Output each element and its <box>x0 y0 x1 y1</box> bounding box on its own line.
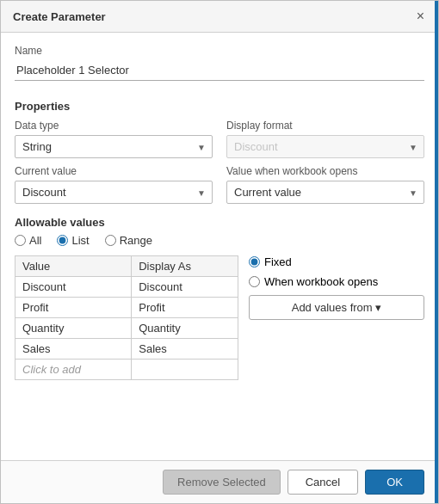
radio-workbook-opens-input[interactable] <box>249 276 260 287</box>
current-value-wrapper: Discount Profit Quantity Sales ▼ <box>15 181 213 204</box>
values-table: Value Display As Discount Discount Profi… <box>15 255 238 380</box>
right-panel: Fixed When workbook opens Add values fro… <box>249 255 424 320</box>
radio-range-input[interactable] <box>105 235 116 246</box>
data-type-row: Data type String Integer Float Boolean D… <box>15 120 424 158</box>
close-button[interactable]: × <box>415 9 426 23</box>
workbook-opens-wrapper: Current value Prompt user ▼ <box>226 181 424 204</box>
data-type-col: Data type String Integer Float Boolean D… <box>15 120 213 158</box>
create-parameter-dialog: Create Parameter × Name Properties Data … <box>0 0 439 504</box>
table-row[interactable]: Discount Discount <box>15 277 238 298</box>
dialog-title: Create Parameter <box>13 10 106 23</box>
row-display-as: Quantity <box>132 318 238 339</box>
workbook-opens-select[interactable]: Current value Prompt user <box>226 181 424 204</box>
current-value-select[interactable]: Discount Profit Quantity Sales <box>15 181 213 204</box>
row-value: Quantity <box>15 318 132 339</box>
row-display-as: Profit <box>132 298 238 318</box>
radio-fixed[interactable]: Fixed <box>249 255 424 268</box>
row-display-as: Discount <box>132 277 238 298</box>
dialog-footer: Remove Selected Cancel OK <box>1 460 438 503</box>
workbook-opens-col: Value when workbook opens Current value … <box>226 165 424 204</box>
name-input[interactable] <box>15 60 424 81</box>
values-area: Value Display As Discount Discount Profi… <box>15 255 424 380</box>
table-row[interactable]: Quantity Quantity <box>15 318 238 339</box>
radio-when-workbook-opens[interactable]: When workbook opens <box>249 275 424 288</box>
values-table-area: Value Display As Discount Discount Profi… <box>15 255 238 380</box>
data-type-wrapper: String Integer Float Boolean Date Date &… <box>15 135 213 158</box>
workbook-opens-label: Value when workbook opens <box>226 165 424 177</box>
current-value-col: Current value Discount Profit Quantity S… <box>15 165 213 204</box>
name-label: Name <box>15 45 424 57</box>
properties-heading: Properties <box>15 100 424 113</box>
radio-range[interactable]: Range <box>105 234 152 247</box>
click-to-add-cell[interactable]: Click to add <box>15 360 132 380</box>
col-header-display-as: Display As <box>132 256 238 277</box>
display-format-wrapper: Discount ▼ <box>226 135 424 158</box>
row-value: Discount <box>15 277 132 298</box>
cancel-button[interactable]: Cancel <box>288 470 358 495</box>
accent-bar <box>435 1 438 503</box>
workbook-opens-label: When workbook opens <box>264 275 378 288</box>
add-values-button[interactable]: Add values from ▾ <box>249 295 424 320</box>
dialog-body: Name Properties Data type String Integer… <box>1 33 438 460</box>
click-to-add-row[interactable]: Click to add <box>15 360 238 380</box>
current-value-label: Current value <box>15 165 213 177</box>
ok-button[interactable]: OK <box>365 470 424 495</box>
radio-fixed-input[interactable] <box>249 256 260 267</box>
display-format-label: Display format <box>226 120 424 132</box>
allowable-values-section: Allowable values All List Range <box>15 216 424 380</box>
row-display-as: Sales <box>132 339 238 360</box>
allowable-values-heading: Allowable values <box>15 216 424 229</box>
data-type-select[interactable]: String Integer Float Boolean Date Date &… <box>15 135 213 158</box>
radio-all-input[interactable] <box>15 235 26 246</box>
radio-all[interactable]: All <box>15 234 41 247</box>
row-value: Sales <box>15 339 132 360</box>
radio-list-input[interactable] <box>57 235 68 246</box>
table-row[interactable]: Sales Sales <box>15 339 238 360</box>
display-format-col: Display format Discount ▼ <box>226 120 424 158</box>
fixed-label: Fixed <box>264 255 292 268</box>
display-format-select[interactable]: Discount <box>226 135 424 158</box>
dialog-header: Create Parameter × <box>1 1 438 33</box>
current-value-row: Current value Discount Profit Quantity S… <box>15 165 424 204</box>
remove-selected-button[interactable]: Remove Selected <box>163 470 281 495</box>
data-type-label: Data type <box>15 120 213 132</box>
row-value: Profit <box>15 298 132 318</box>
radio-list[interactable]: List <box>57 234 89 247</box>
table-row[interactable]: Profit Profit <box>15 298 238 318</box>
click-to-add-cell-empty <box>132 360 238 380</box>
allowable-radios: All List Range <box>15 234 424 247</box>
col-header-value: Value <box>15 256 132 277</box>
